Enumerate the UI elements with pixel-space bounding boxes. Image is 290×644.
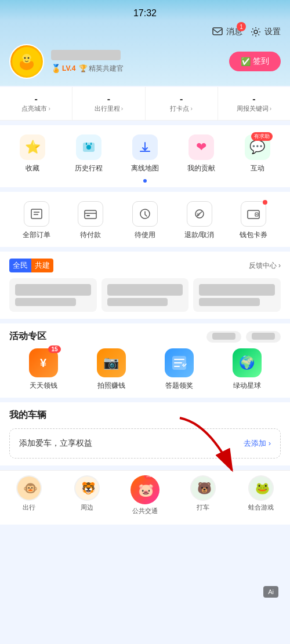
feedback-link[interactable]: 反馈中心 › (249, 261, 281, 271)
sign-in-icon: ✅ (241, 57, 251, 66)
vehicle-section: 我的车辆 添加爱车，立享权益 去添加 › (0, 402, 290, 465)
stat-mileage[interactable]: - 出行里程 › (72, 87, 145, 120)
menu-item-interact[interactable]: 💬 有求助 互动 (234, 134, 281, 183)
settings-button[interactable]: 设置 (249, 26, 281, 38)
community-stats (9, 278, 281, 312)
order-item-pending-use[interactable]: 待使用 (118, 201, 172, 240)
activity-item-green[interactable]: 🌍 绿动星球 (233, 348, 262, 391)
interact-icon: 💬 有求助 (245, 134, 270, 160)
role-icon: 🏆 (79, 64, 88, 72)
activity-item-photo[interactable]: 📷 拍照赚钱 (97, 348, 126, 391)
red-arrow (174, 412, 244, 482)
stat-weekly-value: - (223, 94, 285, 104)
all-orders-icon (24, 201, 49, 227)
order-item-all[interactable]: 全部订单 (9, 201, 64, 240)
svg-point-1 (254, 30, 258, 34)
daily-money-icon: ¥ 15 (29, 348, 58, 377)
menu-item-favorites[interactable]: ⭐ 收藏 (9, 134, 56, 183)
activity-header: 活动专区 (9, 330, 281, 343)
stat-mileage-label: 出行里程 › (77, 104, 140, 113)
stat-lbl-2 (107, 298, 168, 306)
svg-rect-0 (213, 28, 222, 35)
sign-in-button[interactable]: ✅ 签到 (229, 52, 281, 71)
chevron-right-icon3: › (190, 105, 192, 112)
role-tag: 🏆 精英共建官 (79, 64, 124, 74)
svg-text:🐻: 🐻 (197, 481, 212, 495)
community-stat-3 (193, 278, 281, 312)
pending-pay-icon (78, 201, 103, 227)
svg-point-8 (30, 58, 35, 61)
level-tag: 🏅 LV.4 (51, 64, 75, 73)
offline-icon (132, 134, 158, 160)
activity-grid: ¥ 15 天天领钱 📷 拍照赚钱 答题领奖 🌍 绿动星球 (9, 348, 281, 391)
message-button[interactable]: 消息 1 (211, 26, 242, 38)
stat-city[interactable]: - 点亮城市 › (0, 87, 72, 120)
stat-weekly[interactable]: - 周报关键词 › (218, 87, 290, 120)
username (51, 50, 121, 60)
activity-tabs (206, 331, 281, 343)
menu-item-contribution[interactable]: ❤ 我的贡献 (178, 134, 224, 183)
menu-grid: ⭐ 收藏 历史行程 离线地图 ❤ (0, 134, 290, 183)
stat-val-2 (107, 284, 183, 296)
status-time: 17:32 (133, 8, 157, 19)
nav-item-nearby[interactable]: 🐯 周边 (58, 475, 116, 515)
svg-point-10 (86, 145, 91, 150)
stat-lbl-3 (199, 298, 260, 306)
nearby-nav-icon: 🐯 (74, 475, 100, 501)
header: 消息 1 设置 (0, 21, 290, 86)
order-item-refund[interactable]: ¥ 退款/取消 (172, 201, 227, 240)
stats-row: - 点亮城市 › - 出行里程 › - 打卡点 › - 周报关键词 › (0, 87, 290, 121)
chevron-right-icon2: › (121, 105, 123, 112)
offline-dot (143, 179, 147, 183)
stat-checkin[interactable]: - 打卡点 › (146, 87, 218, 120)
level-icon: 🏅 (51, 64, 61, 73)
chevron-right-icon4: › (270, 105, 271, 112)
status-bar: 17:32 (0, 0, 290, 21)
menu-item-offline[interactable]: 离线地图 (122, 134, 168, 183)
history-icon (76, 134, 102, 160)
pending-use-icon (132, 201, 158, 227)
order-item-pending-pay[interactable]: 待付款 (64, 201, 118, 240)
activity-tab-2[interactable] (246, 331, 281, 343)
svg-text:🐵: 🐵 (23, 481, 38, 495)
user-tags: 🏅 LV.4 🏆 精英共建官 (51, 64, 222, 74)
svg-text:🐯: 🐯 (81, 481, 96, 495)
svg-text:🐷: 🐷 (138, 482, 154, 498)
nav-item-travel[interactable]: 🐵 出行 (0, 475, 58, 515)
activity-section: 活动专区 ¥ 15 天天领钱 📷 拍照赚钱 (0, 323, 290, 398)
order-item-wallet[interactable]: 钱包卡券 (226, 201, 281, 240)
community-stat-1 (9, 278, 97, 312)
activity-title: 活动专区 (9, 330, 46, 343)
header-top: 消息 1 设置 (9, 26, 281, 38)
activity-item-quiz[interactable]: 答题领奖 (165, 348, 194, 391)
stat-checkin-label: 打卡点 › (150, 104, 213, 113)
svg-text:🐸: 🐸 (255, 481, 270, 495)
svg-rect-17 (248, 210, 259, 219)
svg-point-6 (28, 57, 30, 59)
chevron-right-icon: › (48, 105, 50, 112)
activity-item-daily[interactable]: ¥ 15 天天领钱 (29, 348, 58, 391)
activity-tab-1[interactable] (206, 331, 241, 343)
favorites-icon: ⭐ (20, 134, 45, 160)
svg-point-5 (24, 57, 26, 59)
community-header: 全民 共建 反馈中心 › (9, 259, 281, 272)
stat-mileage-value: - (77, 94, 140, 104)
avatar[interactable] (9, 44, 44, 79)
nav-item-transit[interactable]: 🐷 抢免单 公共交通 (116, 475, 174, 515)
menu-item-history[interactable]: 历史行程 (66, 134, 112, 183)
community-tag: 全民 共建 (9, 259, 53, 272)
help-badge: 有求助 (251, 132, 273, 141)
message-badge: 1 (237, 22, 246, 31)
transit-nav-icon: 🐷 抢免单 (130, 475, 160, 504)
user-section: 🏅 LV.4 🏆 精英共建官 ✅ 签到 (9, 44, 281, 79)
community-stat-2 (102, 278, 189, 312)
add-vehicle-link[interactable]: 去添加 › (244, 438, 271, 449)
stat-city-label: 点亮城市 › (5, 104, 67, 113)
travel-nav-icon: 🐵 (16, 475, 42, 501)
settings-icon (249, 26, 262, 38)
svg-rect-13 (86, 215, 90, 216)
game-nav-icon: 🐸 (248, 475, 274, 501)
svg-rect-11 (31, 209, 42, 219)
stat-weekly-label: 周报关键词 › (223, 104, 285, 113)
transit-badge: 抢免单 (144, 475, 160, 479)
